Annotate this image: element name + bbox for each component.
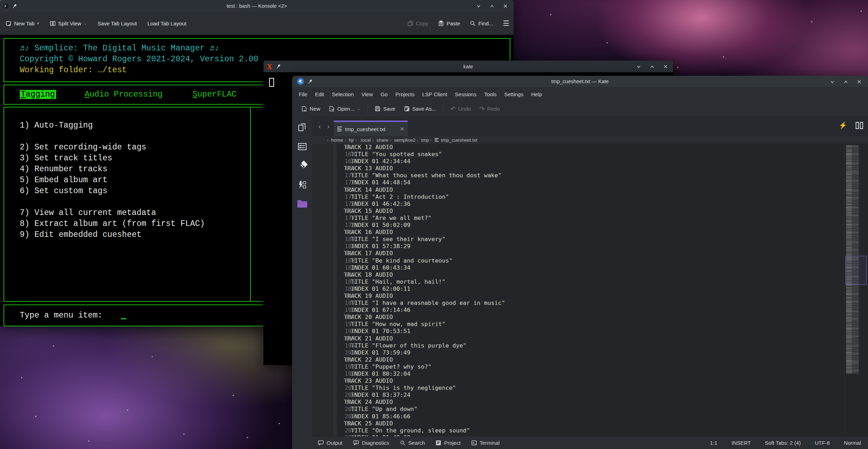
lsp-diagnostics-icon[interactable] <box>297 179 308 190</box>
code-line: 197 TRACK 22 AUDIO <box>337 356 845 363</box>
hamburger-icon: ☰ <box>503 19 509 27</box>
minimize-button[interactable] <box>827 78 838 86</box>
menu[interactable]: Help <box>527 91 546 97</box>
code-line: 185 TRACK 18 AUDIO <box>337 271 845 278</box>
menu[interactable]: Selection <box>328 91 358 97</box>
line-number: 203 <box>337 399 355 406</box>
symbols-outline-icon[interactable] <box>297 141 308 152</box>
minimap-viewport[interactable] <box>845 256 867 285</box>
paste-button[interactable]: Paste <box>438 20 460 26</box>
highlight-mode[interactable]: Normal <box>844 440 861 446</box>
filesystem-folder-icon[interactable] <box>297 198 308 209</box>
search-panel-button[interactable]: Search <box>400 440 425 446</box>
breadcrumb-item[interactable]: home <box>326 137 344 143</box>
pin-icon[interactable] <box>308 79 313 84</box>
menu[interactable]: Go <box>377 91 391 97</box>
load-tab-layout-button[interactable]: Load Tab Layout <box>147 20 187 26</box>
pin-icon[interactable] <box>276 64 281 69</box>
tab-settings[interactable]: Soft Tabs: 2 (4) <box>765 440 801 446</box>
breadcrumb-item[interactable]: share <box>371 137 389 143</box>
minimize-button[interactable] <box>473 2 484 10</box>
documents-panel-icon[interactable] <box>297 122 308 133</box>
tab-close-icon[interactable]: ✕ <box>400 126 405 132</box>
project-panel-button[interactable]: Project <box>436 440 461 446</box>
close-button[interactable] <box>500 2 511 10</box>
encoding[interactable]: UTF-8 <box>815 440 830 446</box>
search-icon <box>400 440 406 446</box>
split-view-button[interactable]: Split View⌄ <box>50 20 87 26</box>
code-line: 174 TITLE "Act 2 : Introduction" <box>337 193 845 201</box>
close-button[interactable] <box>660 63 671 70</box>
line-number: 186 <box>337 278 355 285</box>
save-button[interactable]: Save <box>370 106 399 112</box>
tab-prev-icon[interactable]: ‹ <box>316 122 323 130</box>
menu[interactable]: Tools <box>480 91 500 97</box>
code-line: 204 TITLE "Up and down" <box>337 406 845 413</box>
find-button[interactable]: Find... <box>470 20 493 26</box>
code-line: 194 TRACK 21 AUDIO <box>337 335 845 342</box>
pin-icon[interactable] <box>12 4 17 9</box>
breadcrumb-item[interactable]: tmp <box>416 137 430 143</box>
code-line: 187 INDEX 01 62:00:11 <box>337 285 845 293</box>
editor-area[interactable]: 167 TRACK 12 AUDIO 168 TITLE "You spotte… <box>312 144 868 436</box>
maximize-button[interactable] <box>487 2 497 10</box>
line-number: 206 <box>337 420 355 427</box>
code-line: 206 TRACK 25 AUDIO <box>337 420 845 427</box>
menu[interactable]: View <box>358 91 377 97</box>
menu[interactable]: Projects <box>391 91 418 97</box>
minimap-scrollbar[interactable] <box>845 144 868 436</box>
terminal-icon <box>471 440 477 445</box>
menu[interactable]: File <box>295 91 311 97</box>
save-tab-layout-button[interactable]: Save Tab Layout <box>97 20 136 26</box>
cursor-position[interactable]: 1:1 <box>710 440 717 446</box>
new-button[interactable]: New <box>297 106 324 112</box>
split-view-icon[interactable] <box>856 122 863 129</box>
code-line: 170 TRACK 13 AUDIO <box>337 165 845 172</box>
line-number-gutter[interactable] <box>312 144 333 436</box>
quick-open-icon[interactable]: ⚡ <box>839 121 847 129</box>
insert-mode[interactable]: INSERT <box>732 440 751 446</box>
output-panel-button[interactable]: Output <box>318 440 342 446</box>
minimize-button[interactable] <box>633 63 644 70</box>
line-number: 200 <box>337 377 355 385</box>
maximize-button[interactable] <box>840 78 851 86</box>
menu[interactable]: Settings <box>500 91 527 97</box>
new-file-icon <box>301 106 307 112</box>
breadcrumb-file[interactable]: tmp_cuesheet.txt <box>430 137 477 143</box>
line-number: 204 <box>337 406 355 413</box>
redo-button: ↷ Redo <box>475 106 504 112</box>
breadcrumb-item[interactable]: hjr <box>344 137 355 143</box>
konsole-titlebar[interactable]: test : bash — Konsole <2> <box>0 0 514 12</box>
kate-menubar: FileEditSelectionViewGoProjectsLSP Clien… <box>292 87 868 101</box>
menu[interactable]: Sessions <box>451 91 480 97</box>
maximize-button[interactable] <box>647 63 657 70</box>
copy-button: Copy <box>407 20 428 26</box>
xterm-titlebar[interactable]: X kate <box>263 61 673 72</box>
new-tab-button[interactable]: New Tab▾ <box>6 20 39 26</box>
diagnostics-panel-button[interactable]: Diagnostics <box>353 440 389 446</box>
line-number: 167 <box>337 144 355 151</box>
tab-next-icon[interactable]: › <box>325 122 332 130</box>
code-line: 176 TRACK 15 AUDIO <box>337 208 845 215</box>
kate-titlebar[interactable]: tmp_cuesheet.txt — Kate <box>292 76 868 87</box>
kate-toolbar: New Open...⌄ Save Save As... ↶ Undo ↷ Re… <box>292 101 868 116</box>
breadcrumb-item[interactable]: .local <box>355 137 372 143</box>
chevron-down-icon: ▾ <box>37 21 39 26</box>
chevron-down-icon: ⌄ <box>84 21 87 26</box>
terminal-panel-button[interactable]: Terminal <box>471 440 500 446</box>
tab-tmp-cuesheet[interactable]: tmp_cuesheet.txt ✕ <box>334 121 408 136</box>
menu[interactable]: LSP Client <box>418 91 451 97</box>
line-number: 173 <box>337 186 355 193</box>
open-button[interactable]: Open...⌄ <box>324 106 364 112</box>
breadcrumb-item[interactable]: semplice2 <box>389 137 416 143</box>
code-line: 202 INDEX 01 83:37:24 <box>337 392 845 399</box>
line-number: 199 <box>337 370 355 377</box>
hamburger-menu-button[interactable]: ☰ <box>503 19 509 27</box>
git-icon[interactable] <box>297 160 308 171</box>
code-text[interactable]: 167 TRACK 12 AUDIO 168 TITLE "You spotte… <box>337 144 845 436</box>
close-button[interactable] <box>854 78 864 86</box>
save-as-button[interactable]: Save As... <box>400 106 441 112</box>
line-number: 185 <box>337 271 355 278</box>
menu[interactable]: Edit <box>311 91 328 97</box>
line-number: 188 <box>337 293 355 300</box>
